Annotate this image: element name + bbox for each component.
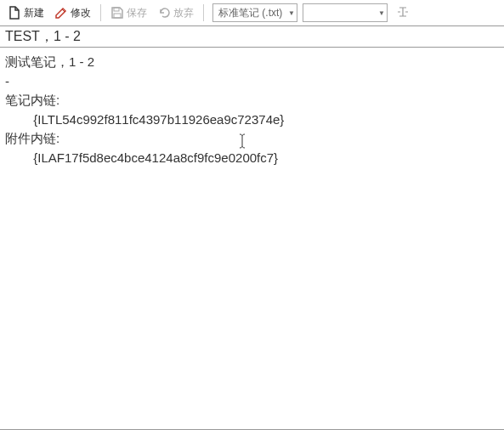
- save-button-label: 保存: [127, 6, 147, 20]
- insert-cursor-button[interactable]: [393, 3, 413, 23]
- chevron-down-icon: ▼: [288, 9, 295, 17]
- save-icon: [110, 6, 124, 20]
- content-line: -: [5, 72, 499, 92]
- toolbar: 新建 修改 保存 放弃 标准笔记 (.: [0, 0, 504, 25]
- new-file-icon: [8, 6, 21, 20]
- content-line: {ILTL54c992f811fc4397b11926ea9c72374e}: [5, 110, 499, 130]
- new-button[interactable]: 新建: [3, 4, 48, 22]
- chevron-down-icon: ▼: [378, 9, 385, 17]
- edit-icon: [54, 6, 68, 20]
- title-bar: TEST，1 - 2: [0, 25, 504, 48]
- format-dropdown-value: 标准笔记 (.txt): [218, 6, 282, 20]
- content-area[interactable]: 测试笔记，1 - 2 - 笔记内链: {ILTL54c992f811fc4397…: [0, 48, 504, 430]
- content-line: 测试笔记，1 - 2: [5, 53, 499, 72]
- content-line: {ILAF17f5d8ec4bce4124a8cf9fc9e0200fc7}: [5, 149, 499, 168]
- undo-icon: [157, 6, 171, 20]
- new-button-label: 新建: [24, 6, 44, 20]
- text-cursor-icon: [238, 133, 246, 156]
- format-dropdown[interactable]: 标准笔记 (.txt) ▼: [212, 3, 297, 22]
- discard-button-label: 放弃: [173, 6, 194, 20]
- discard-button[interactable]: 放弃: [153, 4, 198, 22]
- edit-button[interactable]: 修改: [50, 4, 95, 22]
- second-dropdown[interactable]: ▼: [303, 3, 388, 22]
- content-line: 笔记内链:: [5, 91, 499, 110]
- text-cursor-icon: [396, 5, 410, 21]
- document-title: TEST，1 - 2: [5, 28, 81, 46]
- edit-button-label: 修改: [71, 6, 91, 20]
- separator: [100, 4, 101, 21]
- separator: [203, 4, 204, 21]
- content-line: 附件内链:: [5, 129, 499, 149]
- save-button[interactable]: 保存: [106, 4, 151, 22]
